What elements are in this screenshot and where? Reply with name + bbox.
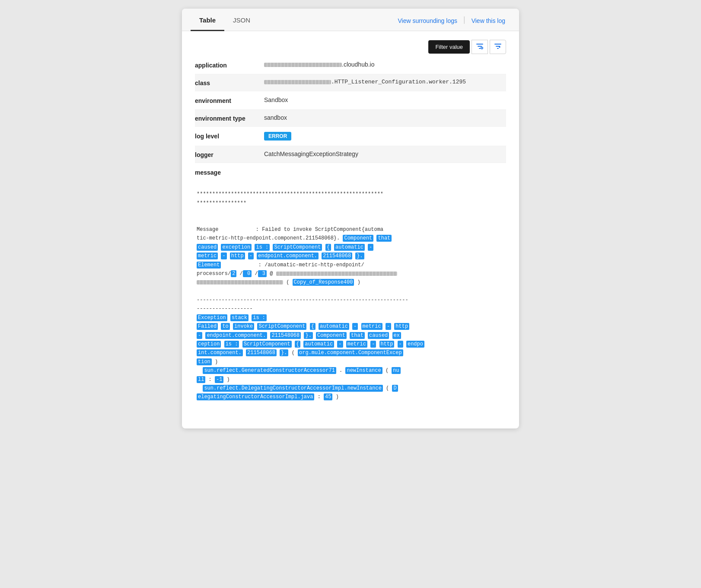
data-table: application .cloudhub.io class .HTTP_Lis… bbox=[195, 56, 506, 415]
hl-brace1: { bbox=[325, 244, 331, 251]
label-message: message bbox=[195, 168, 264, 176]
hl-scriptcomp2: ScriptComponent bbox=[257, 323, 306, 330]
hl-that2: that bbox=[350, 332, 365, 339]
label-environment: environment bbox=[195, 96, 264, 104]
hl-caused2: caused bbox=[368, 332, 389, 339]
label-logger: logger bbox=[195, 150, 264, 158]
hl-endpoint1: endpoint.component. bbox=[257, 252, 319, 259]
hl-intcomp: int.component. bbox=[197, 349, 243, 356]
row-log-level: log level ERROR bbox=[195, 127, 506, 146]
hl-metric3: metric bbox=[346, 341, 367, 348]
hl-element: Element bbox=[197, 262, 221, 268]
hl-automatic1: automatic bbox=[334, 244, 365, 251]
hl-compid3: 211548068 bbox=[246, 349, 277, 356]
view-surrounding-logs-link[interactable]: View surrounding logs bbox=[392, 10, 462, 30]
row-application: application .cloudhub.io bbox=[195, 56, 506, 74]
hl-brace2: { bbox=[310, 323, 315, 330]
filter-value-button[interactable]: Filter value bbox=[428, 40, 470, 54]
stars-text: ****************************************… bbox=[197, 191, 383, 206]
hl-scriptcomp3: ScriptComponent bbox=[242, 341, 292, 348]
hl-45: 45 bbox=[324, 393, 332, 400]
hl-automatic3: automatic bbox=[303, 341, 334, 348]
hl-nu: nu bbox=[392, 367, 400, 374]
row-environment: environment Sandbox bbox=[195, 91, 506, 110]
row-class: class .HTTP_Listener_Configuration.worke… bbox=[195, 74, 506, 91]
value-class-suffix: .HTTP_Listener_Configuration.worker.1295 bbox=[331, 79, 466, 85]
hl-exception: exception bbox=[221, 244, 252, 251]
tab-json[interactable]: JSON bbox=[224, 9, 259, 31]
value-environment-type: sandbox bbox=[264, 114, 506, 121]
hl-sun2class: sun.reflect.DelegatingConstructorAccesso… bbox=[203, 385, 382, 392]
hl-dash3: - bbox=[248, 252, 254, 259]
masked-application bbox=[264, 63, 342, 67]
hl-dash2: - bbox=[221, 252, 226, 259]
content-area: Filter value application bbox=[182, 31, 519, 428]
hl-failed: Failed bbox=[197, 323, 218, 330]
masked-class bbox=[264, 80, 331, 84]
hl-http2: http bbox=[394, 323, 409, 330]
filter-row: Filter value bbox=[195, 40, 506, 54]
hl-tion: tion bbox=[197, 358, 212, 365]
tab-table[interactable]: Table bbox=[191, 9, 224, 31]
hl-3: 3 bbox=[258, 270, 267, 277]
hl-ll: ll bbox=[197, 376, 205, 383]
hl-automatic2: automatic bbox=[319, 323, 349, 330]
hl-component: Component bbox=[343, 235, 373, 242]
hl-elegating: elegatingConstructorAccessorImpl.java bbox=[197, 393, 314, 400]
masked-element-2 bbox=[197, 280, 283, 284]
hl-is2: is : bbox=[252, 314, 267, 321]
message-block: ****************************************… bbox=[197, 181, 424, 410]
hl-compid1: 211548068 bbox=[322, 252, 352, 259]
hl-exception-stack: Exception bbox=[197, 314, 227, 321]
row-message: message ********************************… bbox=[195, 163, 506, 415]
label-log-level: log level bbox=[195, 132, 264, 140]
hl-2: 2 bbox=[231, 270, 236, 277]
sort-filter-icon-button[interactable] bbox=[490, 40, 506, 54]
label-application: application bbox=[195, 61, 264, 69]
hl-compid2: 211548068 bbox=[270, 332, 301, 339]
hl-ex: ex bbox=[392, 332, 401, 339]
hl-dash7: - bbox=[337, 341, 343, 348]
tab-bar: Table JSON View surrounding logs | View … bbox=[182, 9, 519, 31]
sort-filter-icon bbox=[494, 43, 501, 50]
view-this-log-link[interactable]: View this log bbox=[466, 10, 510, 30]
value-environment: Sandbox bbox=[264, 96, 506, 103]
hl-orgmule: org.mule.component.ComponentExcep bbox=[298, 349, 403, 356]
hl-dash4: - bbox=[352, 323, 358, 330]
label-class: class bbox=[195, 79, 264, 86]
value-logger: CatchMessagingExceptionStrategy bbox=[264, 150, 506, 157]
hl-0: 0 bbox=[243, 270, 252, 277]
hl-http1: http bbox=[230, 252, 245, 259]
hl-endpo: endpo bbox=[406, 341, 424, 348]
hl-metric1: metric bbox=[197, 252, 218, 259]
hl-dash6: - bbox=[197, 332, 202, 339]
hl-scriptcomp1: ScriptComponent bbox=[273, 244, 322, 251]
hl-dash5: - bbox=[386, 323, 391, 330]
hl-brace3: { bbox=[295, 341, 300, 348]
hl-invoke: invoke bbox=[233, 323, 254, 330]
main-card: Table JSON View surrounding logs | View … bbox=[182, 9, 519, 428]
hl-minus1: -1 bbox=[215, 376, 223, 383]
badge-error: ERROR bbox=[264, 132, 291, 141]
hl-sun1class: sun.reflect.GeneratedConstructorAccessor… bbox=[203, 367, 336, 374]
hl-is3: is : bbox=[224, 341, 239, 348]
row-logger: logger CatchMessagingExceptionStrategy bbox=[195, 146, 506, 163]
hl-closebrace2: }. bbox=[304, 332, 312, 339]
hl-component2: Component bbox=[316, 332, 347, 339]
row-environment-type: environment type sandbox bbox=[195, 110, 506, 127]
hl-stack: stack bbox=[230, 314, 249, 321]
hl-endpoint2: endpoint.component. bbox=[205, 332, 267, 339]
hl-ception: ception bbox=[197, 341, 221, 348]
hl-closebrace3: }. bbox=[280, 349, 288, 356]
hl-closebrace1: }. bbox=[355, 252, 364, 259]
hl-dash1: - bbox=[368, 244, 373, 251]
masked-element-path bbox=[276, 272, 397, 276]
hl-copy-response: Copy_of_Response400 bbox=[293, 279, 354, 286]
hl-is: is : bbox=[255, 244, 270, 251]
value-message: ****************************************… bbox=[195, 181, 424, 410]
add-filter-icon-button[interactable] bbox=[472, 40, 488, 54]
hl-caused: caused bbox=[197, 244, 218, 251]
value-class: .HTTP_Listener_Configuration.worker.1295 bbox=[264, 79, 506, 85]
hl-that: that bbox=[376, 235, 392, 242]
value-application-suffix: .cloudhub.io bbox=[342, 61, 375, 68]
